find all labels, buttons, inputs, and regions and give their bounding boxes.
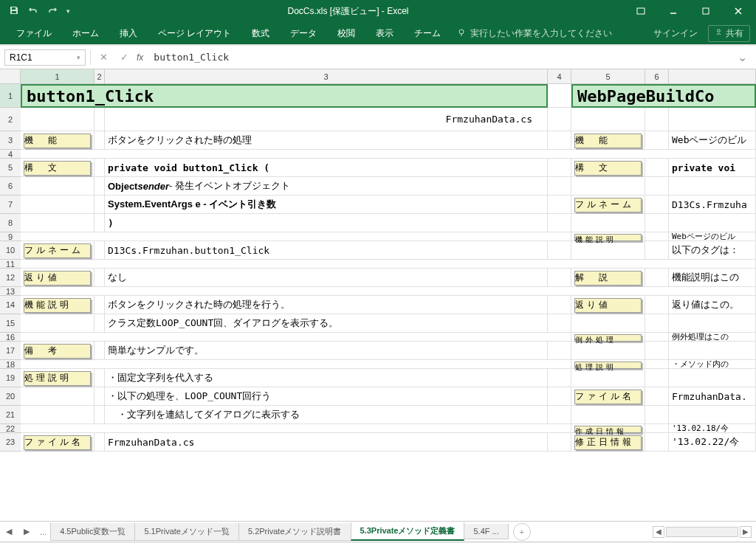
title-cell-2[interactable]: WebPageBuildCo [571,84,756,108]
fx-icon[interactable]: fx [137,52,143,63]
ribbon-tab-team[interactable]: チーム [404,22,451,44]
label-kinou[interactable]: 機 能 [24,134,91,148]
label-kaisetsu-b[interactable]: 解 説 [574,271,642,286]
sheet-tab[interactable]: 5.1Privateメソッド一覧 [134,523,239,541]
ribbon-tab-review[interactable]: 校閲 [327,22,365,44]
titlebar: ▾ DocCs.xls [保護ビュー] - Excel [0,0,756,22]
row-header[interactable]: 23 [0,433,21,452]
formula-input[interactable]: button1_Click [148,49,729,66]
label-kinousetsumei-b[interactable]: 機能説明 [574,234,642,241]
select-all-corner[interactable] [0,69,21,83]
redo-icon[interactable] [47,5,58,18]
label-koubun-b[interactable]: 構 文 [574,161,642,176]
save-icon[interactable] [9,5,19,18]
svg-point-5 [718,30,721,32]
tab-nav-next-icon[interactable]: ▶ [18,527,35,536]
row-header[interactable]: 7 [0,196,21,214]
label-koubun[interactable]: 構 文 [24,161,91,176]
row-header[interactable]: 9 [0,232,21,241]
label-fullname-b[interactable]: フルネーム [574,198,642,212]
cancel-formula-icon[interactable]: ✕ [95,52,111,63]
ribbon-display-icon[interactable] [626,1,656,21]
ribbon-tab-home[interactable]: ホーム [62,22,109,44]
ribbon-tab-data[interactable]: データ [280,22,327,44]
col-header[interactable]: 6 [645,69,669,83]
row-header[interactable]: 14 [0,296,21,314]
row-header[interactable]: 6 [0,177,21,196]
label-filename[interactable]: ファイル名 [24,435,91,450]
undo-icon[interactable] [28,5,38,18]
ribbon-tab-formulas[interactable]: 数式 [241,22,280,44]
row-header[interactable]: 17 [0,342,21,360]
share-button[interactable]: 共有 [708,25,750,42]
title-cell-1[interactable]: button1_Click [21,84,548,108]
chevron-down-icon[interactable]: ▾ [77,54,80,61]
ribbon-tabs: ファイル ホーム 挿入 ページ レイアウト 数式 データ 校閲 表示 チーム 実… [0,22,756,44]
label-shusei-b[interactable]: 修正日情報 [574,435,642,450]
col-header[interactable]: 5 [571,69,645,83]
column-headers: 1 2 3 4 5 6 [0,69,756,84]
accept-formula-icon[interactable]: ✓ [116,52,132,63]
row-header[interactable]: 22 [0,424,21,433]
signin-link[interactable]: サインイン [653,27,698,40]
scroll-left-icon[interactable]: ◀ [653,526,664,538]
label-filename-b[interactable]: ファイル名 [574,390,642,404]
col-header[interactable]: 1 [21,69,94,83]
row-header[interactable]: 15 [0,314,21,333]
label-bikou[interactable]: 備 考 [24,344,91,359]
share-icon [715,28,723,38]
label-kaerichi[interactable]: 返り値 [24,271,91,286]
label-fullname[interactable]: フルネーム [24,243,91,258]
col-header[interactable] [669,69,756,83]
close-button[interactable] [724,1,753,21]
grid-area: 1 2 3 4 5 6 1 2 3 4 5 6 7 8 9 10 11 12 1… [0,69,756,521]
scroll-right-icon[interactable]: ▶ [740,526,752,538]
label-shorisetsumei[interactable]: 処理説明 [24,371,91,386]
row-header[interactable]: 2 [0,108,21,131]
label-sakusei-b[interactable]: 作成日情報 [574,426,642,433]
ribbon-tab-layout[interactable]: ページ レイアウト [148,22,241,44]
label-shorisetsumei-b[interactable]: 処理説明 [574,362,642,369]
add-sheet-button[interactable]: + [513,523,531,541]
row-header[interactable]: 10 [0,241,21,260]
sheet-tab[interactable]: 5.2Privateメソッド説明書 [238,523,351,541]
row-header[interactable]: 18 [0,360,21,369]
row-header[interactable]: 12 [0,269,21,287]
filename-top[interactable]: FrmzuhanData.cs [105,108,548,131]
sheet-tab[interactable]: 5.4F ... [464,524,508,539]
label-kinou-b[interactable]: 機 能 [574,134,642,148]
sheet-tab[interactable]: 4.5Public変数一覧 [50,523,135,541]
row-header[interactable]: 13 [0,287,21,296]
horizontal-scrollbar[interactable]: ◀ ▶ [653,526,756,538]
maximize-button[interactable] [691,1,721,21]
ribbon-tab-file[interactable]: ファイル [6,22,62,44]
row-header[interactable]: 8 [0,214,21,232]
label-kinousetsumei[interactable]: 機能説明 [24,298,91,313]
tab-nav-prev-icon[interactable]: ◀ [0,527,18,536]
ribbon-tab-view[interactable]: 表示 [365,22,404,44]
row-header[interactable]: 3 [0,131,21,150]
row-header[interactable]: 1 [0,84,21,108]
row-header[interactable]: 4 [0,150,21,159]
expand-formula-icon[interactable]: ⌄ [733,50,752,64]
row-header[interactable]: 16 [0,333,21,342]
sheet-tab-active[interactable]: 5.3Privateメソッド定義書 [351,522,465,541]
minimize-button[interactable] [659,1,688,21]
row-header[interactable]: 5 [0,159,21,177]
col-header[interactable]: 2 [94,69,105,83]
name-box[interactable]: R1C1 ▾ [4,49,86,66]
label-reigai-b[interactable]: 例外処理 [574,334,642,342]
row-header[interactable]: 11 [0,260,21,269]
row-header[interactable]: 20 [0,387,21,406]
tabs-ellipsis[interactable]: ... [35,528,51,536]
col-header[interactable]: 3 [105,69,548,83]
row-header[interactable]: 21 [0,406,21,424]
cells[interactable]: button1_Click WebPageBuildCo FrmzuhanDat… [21,84,756,521]
row-header[interactable]: 19 [0,369,21,387]
ribbon-tab-insert[interactable]: 挿入 [109,22,148,44]
sheet-tabs-bar: ◀ ▶ ... 4.5Public変数一覧 5.1Privateメソッド一覧 5… [0,521,756,542]
col-header[interactable]: 4 [548,69,571,83]
label-kaerichi-b[interactable]: 返り値 [574,298,642,313]
tell-me[interactable]: 実行したい作業を入力してください [451,27,612,40]
cell[interactable]: ボタンをクリックされた時の処理 [105,131,548,150]
